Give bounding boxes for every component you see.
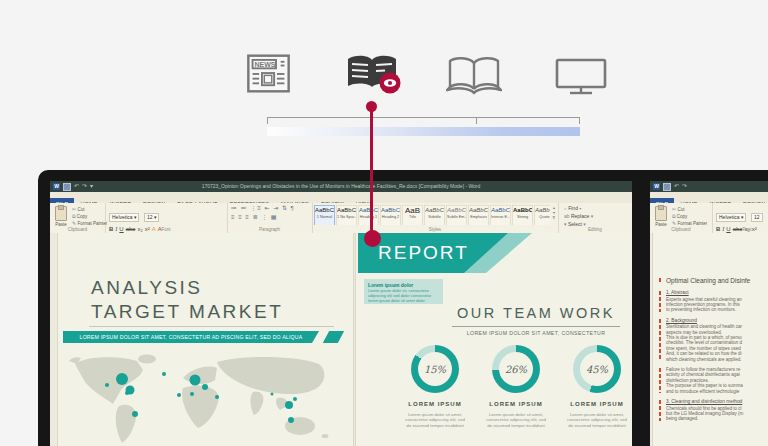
editing-label: Find	[567, 205, 580, 211]
style-sample: AaBbCc	[315, 206, 334, 215]
monitor-bezel: W ↶ ↷ ▾ 170723_Opinion Openings and Obst…	[38, 170, 768, 446]
callout-heading: Lorem ipsum dolor	[368, 282, 439, 288]
format-painter-button[interactable]: ✎ Format Painter	[672, 220, 707, 227]
style-sample: AaBbCc	[381, 206, 400, 215]
pointer-line	[370, 109, 373, 239]
donut-hole: 26%	[499, 352, 533, 386]
styles-gallery-arrows[interactable]: ▴▾⊽	[551, 205, 557, 220]
copy-button[interactable]: ⧉ Copy	[72, 213, 107, 220]
doc-section: 2. BackgroundSterilization and cleaning …	[666, 318, 768, 362]
text-line: and to introduce efficient technologie	[666, 389, 768, 394]
donut-value: 15%	[424, 364, 446, 375]
text-line: being damaged.	[666, 416, 768, 421]
style-sample: AaBbC	[359, 206, 378, 215]
style-chip[interactable]: AaBbCcSubtle Em...	[446, 205, 467, 225]
open-book-icon	[446, 55, 502, 96]
style-name: Title	[403, 215, 422, 219]
monitor-icon	[555, 58, 607, 95]
donut-chart: 15%LOREM IPSUMLorem ipsum dolor sit amet…	[399, 345, 471, 428]
undo-icon[interactable]: ↶	[674, 182, 679, 191]
text-line: to preventing infection on monitors.	[666, 307, 768, 312]
donut-caption: Lorem ipsum dolor sit amet,consectetur a…	[486, 412, 546, 428]
page-report-team-work: REPORT Lorem ipsum dolor Lorem ipsum dol…	[355, 233, 632, 446]
cut-button[interactable]: ✂ Cut	[72, 206, 107, 213]
style-sample: AaBbCc	[491, 206, 510, 215]
caption-line: do eiusmod tempor incididunt	[405, 423, 465, 428]
save-icon[interactable]	[663, 183, 671, 191]
paste-button[interactable]: Paste	[53, 206, 69, 227]
format-painter-button[interactable]: ✎ Format Painter	[72, 220, 107, 227]
redo-icon[interactable]: ↷	[682, 182, 687, 191]
change-bar	[659, 291, 661, 312]
w2-document-area[interactable]: Optimal Cleaning and Disinfe 1. Abstract…	[650, 233, 768, 446]
screen-left: W ↶ ↷ ▾ 170723_Opinion Openings and Obst…	[50, 181, 632, 446]
style-name: Subtitle	[425, 215, 444, 219]
font-group: Helvetica ▾ 12 ▾ BIUabcx₂x²AA Font	[105, 203, 228, 233]
format-painter-icon: ✎	[72, 220, 76, 226]
donut-value: 45%	[586, 364, 608, 375]
map-marker-dot	[288, 417, 294, 423]
team-work-subtitle: LOREM IPSUM DOLOR SIT AMET, CONSECTETUR	[436, 330, 632, 336]
copy-button[interactable]: ⧉ Copy	[672, 213, 707, 220]
styles-gallery: AaBbCc1 NormalAaBbCcI1 No Spac...AaBbCHe…	[314, 205, 550, 225]
map-marker-dot	[285, 401, 293, 409]
change-bar	[659, 400, 661, 421]
map-marker-dot	[105, 383, 109, 387]
cut-button[interactable]: ✂ Cut	[672, 206, 707, 213]
style-chip[interactable]: AaBTitle	[402, 205, 423, 225]
doc-section: 1. AbstractExperts agree that careful cl…	[666, 290, 768, 313]
report-title: REPORT	[378, 242, 469, 264]
style-chip[interactable]: AaBbCcSubtitle	[424, 205, 445, 225]
w2-clipboard-small-buttons: ✂ Cut ⧉ Copy ✎ Format Painter	[672, 206, 707, 227]
caret-icon: ▾	[579, 205, 581, 211]
paste-button[interactable]: Paste	[653, 206, 669, 227]
team-work-heading: OUR TEAM WORK	[444, 305, 628, 321]
style-sample: AaBbCc	[425, 206, 444, 215]
blue-light-slider[interactable]	[267, 127, 580, 136]
paragraph-icons-row2: ≡ ≡ ≡ ≣ ⋮ ▦	[231, 214, 278, 221]
change-bar	[659, 278, 661, 283]
style-sample: AaBbCc	[447, 206, 466, 215]
lg-monitor-reading-mode-scene: NEWS	[0, 0, 768, 446]
map-marker-dot	[162, 372, 166, 376]
style-name: Heading 2	[381, 215, 400, 219]
find-button[interactable]: ⌕ Find ▾	[564, 204, 593, 212]
copy-icon: ⧉	[72, 213, 76, 219]
page-optimal-cleaning: Optimal Cleaning and Disinfe 1. Abstract…	[652, 233, 768, 446]
paste-icon	[55, 206, 67, 221]
w2-quick-access-toolbar[interactable]: W ↶ ↷	[653, 182, 687, 191]
replace-button[interactable]: ab Replace ▾	[564, 212, 593, 220]
caption-line: do eiusmod tempor incididunt	[567, 423, 627, 428]
screen-right: W ↶ ↷ FILEHOMEINSERTDESIGNPAGE LAYOUT Pa…	[650, 181, 768, 446]
style-chip[interactable]: AaBbCHeading 1	[358, 205, 379, 225]
callout-text: Lorem ipsum dolor sit, consecteturadipis…	[368, 289, 439, 303]
style-sample: AaBbCc	[469, 206, 488, 215]
doc2-title: Optimal Cleaning and Disinfe	[666, 277, 768, 284]
report-callout-box: Lorem ipsum dolor Lorem ipsum dolor sit,…	[364, 279, 443, 304]
style-name: Heading 1	[359, 215, 378, 219]
map-marker-dot	[116, 373, 128, 385]
team-work-divider	[452, 326, 620, 327]
svg-text:NEWS: NEWS	[254, 61, 275, 68]
style-chip[interactable]: AaBbCc1 Normal	[314, 205, 335, 225]
map-marker-dot	[293, 397, 297, 401]
style-chip[interactable]: AaBbCcQuote	[534, 205, 550, 225]
doc2-content: Optimal Cleaning and Disinfe 1. Abstract…	[666, 277, 768, 427]
donut-hole: 45%	[580, 352, 614, 386]
donut-label: LOREM IPSUM	[408, 401, 461, 407]
w1-document-area[interactable]: ANALYSIS TARGET MARKET LOREM IPSUM DOLOR…	[50, 233, 632, 446]
style-chip[interactable]: AaBbCcIntense E...	[490, 205, 511, 225]
style-chip[interactable]: AaBbCcI1 No Spac...	[336, 205, 357, 225]
pointer-dot-document	[364, 230, 381, 247]
w1-ribbon: Paste ✂ Cut ⧉ Copy ✎ Format Painter Clip…	[50, 203, 632, 234]
style-name: 1 Normal	[315, 215, 334, 219]
donut-chart: 45%LOREM IPSUMLorem ipsum dolor sit amet…	[561, 345, 632, 428]
style-chip[interactable]: AaBbCcEmphasis	[468, 205, 489, 225]
style-chip[interactable]: AaBbCcHeading 2	[380, 205, 401, 225]
caret-icon: ▾	[591, 213, 594, 219]
editing-buttons: ⌕ Find ▾ab Replace ▾▾ Select ▾	[564, 204, 593, 228]
section-heading: 2. Background	[666, 318, 768, 323]
style-name: Strong	[513, 215, 532, 219]
style-chip[interactable]: AaBbCcStrong	[512, 205, 533, 225]
document-title: 170723_Opinion Openings and Obstacles in…	[50, 183, 632, 189]
